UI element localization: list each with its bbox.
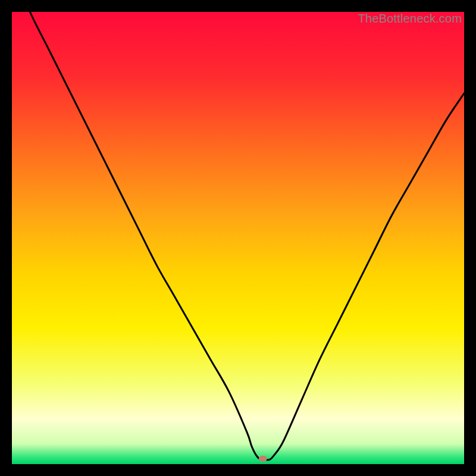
plot-area: TheBottleneck.com xyxy=(12,12,464,464)
attribution-text: TheBottleneck.com xyxy=(358,12,462,26)
plot-svg xyxy=(12,12,464,464)
gradient-background xyxy=(12,12,464,464)
optimal-marker xyxy=(259,456,267,462)
chart-stage: TheBottleneck.com xyxy=(0,0,476,476)
